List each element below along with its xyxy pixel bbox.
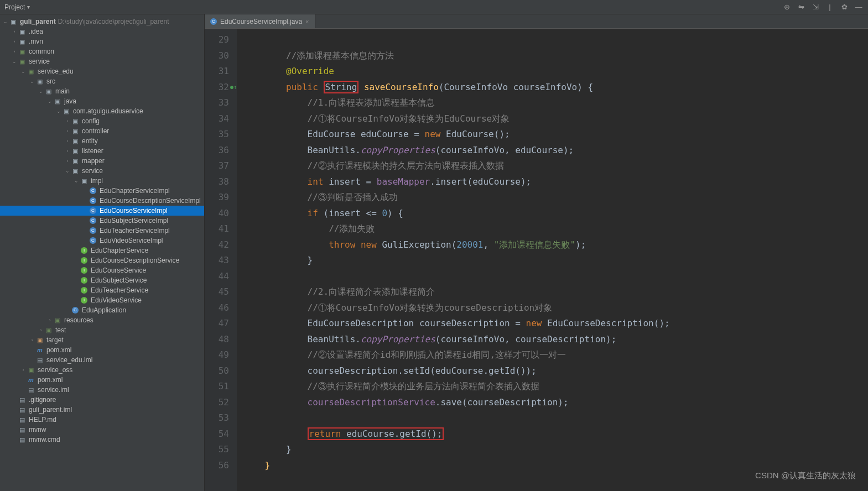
chevron-icon[interactable]: [64, 156, 71, 166]
tree-node[interactable]: CEduChapterServiceImpl: [0, 186, 204, 196]
tree-node[interactable]: ▣src: [0, 76, 204, 86]
tree-node[interactable]: ▣config: [0, 116, 204, 126]
tree-node[interactable]: ▣com.atguigu.eduservice: [0, 106, 204, 116]
tree-node[interactable]: CEduCourseServiceImpl: [0, 206, 204, 216]
chevron-icon[interactable]: [29, 76, 35, 86]
tree-node[interactable]: CEduCourseDescriptionServiceImpl: [0, 196, 204, 206]
tree-node[interactable]: IEduVideoService: [0, 295, 204, 305]
tree-node[interactable]: ▣java: [0, 96, 204, 106]
gear-icon[interactable]: ✿: [839, 3, 849, 11]
tree-node[interactable]: mpom.xml: [0, 375, 204, 385]
tree-node[interactable]: ▣entity: [0, 136, 204, 146]
tree-node[interactable]: ▣service_oss: [0, 365, 204, 375]
code-line[interactable]: throw new GuliException(20001, "添加课程信息失败…: [237, 237, 868, 253]
editor[interactable]: 29303132●↑333435363738394041424344454647…: [205, 29, 868, 491]
tree-root-node[interactable]: ▣ guli_parent D:\study\java\code\project…: [0, 17, 204, 27]
chevron-icon[interactable]: [46, 96, 53, 106]
chevron-icon[interactable]: [11, 56, 18, 66]
code-line[interactable]: }: [237, 442, 868, 458]
code-line[interactable]: courseDescriptionService.save(courseDesc…: [237, 395, 868, 411]
chevron-icon[interactable]: [55, 106, 62, 116]
code-line[interactable]: BeanUtils.copyProperties(courseInfoVo, e…: [237, 143, 868, 159]
tree-node[interactable]: ▣.mvn: [0, 36, 204, 46]
tree-node[interactable]: ▣listener: [0, 146, 204, 156]
tree-node[interactable]: IEduCourseService: [0, 265, 204, 275]
chevron-down-icon[interactable]: [2, 17, 9, 27]
tree-node[interactable]: ▣resources: [0, 315, 204, 325]
code-line[interactable]: //①将CourseInfoVo对象转换为EduCourse对象: [237, 111, 868, 127]
code-line[interactable]: [237, 410, 868, 426]
code-line[interactable]: //2.向课程简介表添加课程简介: [237, 284, 868, 300]
code-line[interactable]: int insert = baseMapper.insert(eduCourse…: [237, 174, 868, 190]
code-line[interactable]: //1.向课程表添加课程基本信息: [237, 95, 868, 111]
tree-node[interactable]: ▣main: [0, 86, 204, 96]
tree-node[interactable]: CEduApplication: [0, 305, 204, 315]
tree-node[interactable]: IEduChapterService: [0, 245, 204, 255]
code-area[interactable]: //添加课程基本信息的方法 @Override public String sa…: [237, 29, 868, 491]
tree-node[interactable]: ▤guli_parent.iml: [0, 405, 204, 415]
chevron-icon[interactable]: [29, 335, 35, 345]
tree-node[interactable]: ▣.idea: [0, 27, 204, 36]
chevron-icon[interactable]: [20, 66, 27, 76]
code-line[interactable]: //②执行课程模块的持久层方法向课程表插入数据: [237, 158, 868, 174]
chevron-icon[interactable]: [64, 126, 71, 136]
tree-node[interactable]: ▤mvnw.cmd: [0, 435, 204, 445]
tree-node[interactable]: ▣mapper: [0, 156, 204, 166]
project-label[interactable]: Project: [4, 3, 25, 11]
project-sidebar[interactable]: ▣ guli_parent D:\study\java\code\project…: [0, 14, 205, 491]
tree-node[interactable]: IEduTeacherService: [0, 285, 204, 295]
tree-node[interactable]: ▣service: [0, 166, 204, 176]
tree-node[interactable]: ▣test: [0, 325, 204, 335]
target-icon[interactable]: ⊕: [782, 3, 792, 11]
code-line[interactable]: @Override: [237, 64, 868, 80]
code-line[interactable]: //②设置课程简介id和刚刚插入的课程id相同,这样才可以一对一: [237, 347, 868, 363]
chevron-icon[interactable]: [20, 365, 27, 375]
chevron-icon[interactable]: [64, 166, 71, 176]
chevron-icon[interactable]: [38, 86, 44, 96]
code-line[interactable]: courseDescription.setId(eduCourse.getId(…: [237, 363, 868, 379]
project-dropdown-icon[interactable]: ▾: [27, 4, 30, 10]
chevron-icon[interactable]: [38, 325, 44, 335]
tab-current[interactable]: C EduCourseServiceImpl.java ×: [205, 14, 315, 28]
tree-node[interactable]: ▣controller: [0, 126, 204, 136]
tree-node[interactable]: ▤.gitignore: [0, 395, 204, 405]
code-line[interactable]: [237, 32, 868, 48]
chevron-icon[interactable]: [11, 27, 18, 36]
code-line[interactable]: //添加失败: [237, 221, 868, 237]
tree-node[interactable]: ▣common: [0, 46, 204, 56]
tree-node[interactable]: ▤HELP.md: [0, 415, 204, 425]
tree-node[interactable]: ▣service_edu: [0, 66, 204, 76]
tree-node[interactable]: IEduSubjectService: [0, 275, 204, 285]
chevron-icon[interactable]: [64, 146, 71, 156]
code-line[interactable]: }: [237, 253, 868, 269]
tree-node[interactable]: ▤mvnw: [0, 425, 204, 435]
code-line[interactable]: //添加课程基本信息的方法: [237, 48, 868, 64]
code-line[interactable]: EduCourseDescription courseDescription =…: [237, 316, 868, 332]
tree-node[interactable]: ▤service.iml: [0, 385, 204, 395]
hide-icon[interactable]: —: [854, 3, 864, 11]
code-line[interactable]: BeanUtils.copyProperties(courseInfoVo, c…: [237, 332, 868, 348]
expand-icon[interactable]: ⇋: [796, 3, 806, 11]
chevron-icon[interactable]: [11, 36, 18, 46]
code-line[interactable]: EduCourse eduCourse = new EduCourse();: [237, 127, 868, 143]
tree-node[interactable]: CEduTeacherServiceImpl: [0, 226, 204, 236]
tree-node[interactable]: ▤service_edu.iml: [0, 355, 204, 365]
chevron-icon[interactable]: [64, 136, 71, 146]
code-line[interactable]: return eduCourse.getId();: [237, 426, 868, 442]
close-icon[interactable]: ×: [305, 18, 309, 25]
code-line[interactable]: public String saveCourseInfo(CourseInfoV…: [237, 80, 868, 96]
tree-node[interactable]: mpom.xml: [0, 345, 204, 355]
tree-node[interactable]: IEduCourseDescriptionService: [0, 255, 204, 265]
code-line[interactable]: //③执行课程简介模块的业务层方法向课程简介表插入数据: [237, 379, 868, 395]
tree-node[interactable]: ▣service: [0, 56, 204, 66]
chevron-icon[interactable]: [46, 315, 53, 325]
tree-node[interactable]: ▣impl: [0, 176, 204, 186]
chevron-icon[interactable]: [11, 46, 18, 56]
tree-node[interactable]: ▣target: [0, 335, 204, 345]
code-line[interactable]: if (insert <= 0) {: [237, 206, 868, 222]
tree-node[interactable]: CEduVideoServiceImpl: [0, 236, 204, 245]
chevron-icon[interactable]: [64, 116, 71, 126]
chevron-icon[interactable]: [73, 176, 80, 186]
code-line[interactable]: //①将CourseInfoVo对象转换为courseDescription对象: [237, 300, 868, 316]
code-line[interactable]: //③判断是否插入成功: [237, 190, 868, 206]
